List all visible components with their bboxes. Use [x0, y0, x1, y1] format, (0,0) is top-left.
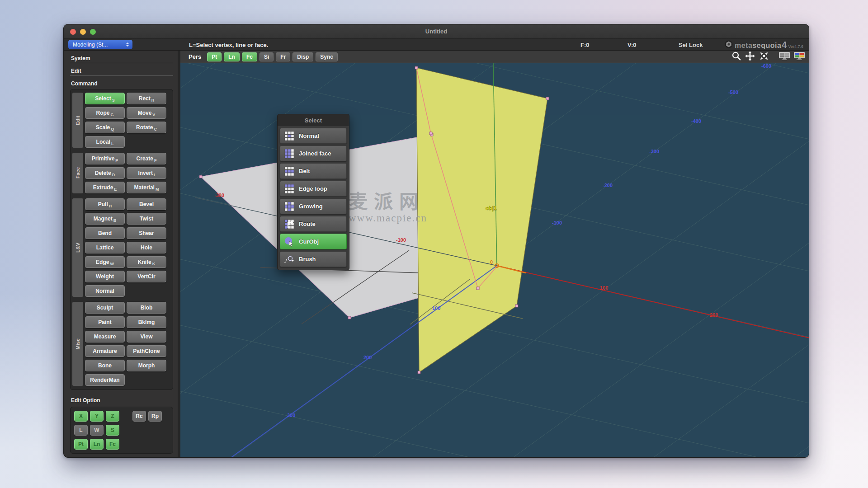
viewport-nav-icons — [731, 51, 805, 63]
popup-item-belt[interactable]: Belt — [280, 163, 347, 179]
command-button-extrude[interactable]: ExtrudeE — [85, 182, 125, 193]
svg-text:200: 200 — [363, 355, 372, 360]
command-button-view[interactable]: View — [127, 331, 166, 343]
edit-option-w[interactable]: W — [90, 425, 104, 436]
command-button-create[interactable]: CreateF — [127, 153, 166, 164]
command-button-rope[interactable]: RopeG — [85, 107, 125, 119]
command-button-delete[interactable]: DeleteD — [85, 167, 125, 179]
command-button-material[interactable]: MaterialM — [127, 182, 166, 193]
quad-view-icon[interactable] — [793, 52, 805, 62]
command-group-face: FacePrimitivePCreateFDeleteDInvertIExtru… — [72, 153, 170, 193]
popup-item-curobj[interactable]: CurObj — [280, 234, 347, 249]
edit-option-z[interactable]: Z — [106, 411, 119, 422]
viewport-toggle-pt[interactable]: Pt — [207, 52, 222, 61]
viewport-toggle-fr[interactable]: Fr — [276, 52, 290, 61]
view-mode-label[interactable]: Pers — [189, 53, 201, 60]
popup-title[interactable]: Select — [278, 114, 349, 126]
brush-icon — [284, 254, 295, 265]
select-popup-menu: Select NormalJoined faceBeltEdge loopGro… — [277, 114, 349, 270]
viewport-toggle-disp[interactable]: Disp — [292, 52, 313, 61]
command-button-bkimg[interactable]: BkImg — [127, 316, 166, 328]
command-button-move[interactable]: MoveV — [127, 107, 166, 119]
command-button-local[interactable]: LocalL — [85, 136, 125, 148]
edit-option-x[interactable]: X — [74, 411, 88, 422]
zoom-tool-icon[interactable] — [731, 51, 741, 63]
command-button-rotate[interactable]: RotateC — [127, 122, 166, 133]
command-button-measure[interactable]: Measure — [85, 331, 125, 343]
svg-text:-200: -200 — [603, 183, 613, 188]
command-button-armature[interactable]: Armature — [85, 345, 125, 357]
command-button-bevel[interactable]: Bevel — [127, 198, 166, 210]
brand-name: metasequoia — [735, 42, 781, 50]
command-button-twist[interactable]: Twist — [127, 213, 166, 225]
sel-lock-label[interactable]: Sel Lock — [679, 42, 703, 48]
command-button-rect[interactable]: RectR — [127, 93, 166, 104]
popup-item-label: Joined face — [299, 150, 331, 157]
viewport-toggle-fc[interactable]: Fc — [242, 52, 257, 61]
command-button-pathclone[interactable]: PathClone — [127, 345, 166, 357]
svg-text:-300: -300 — [649, 149, 659, 154]
edit-option-fc[interactable]: Fc — [106, 439, 119, 450]
grid-center-icon — [284, 131, 295, 141]
viewport: Pers PtLnFcSiFrDispSync obj1-600-500-400… — [178, 51, 809, 458]
brand-number: 4 — [782, 40, 787, 50]
command-button-invert[interactable]: InvertI — [127, 167, 166, 179]
command-button-hole[interactable]: Hole — [127, 242, 166, 253]
popup-item-label: Growing — [299, 203, 323, 210]
section-edit[interactable]: Edit — [70, 66, 173, 76]
edit-option-l[interactable]: L — [74, 425, 88, 436]
command-button-scale[interactable]: ScaleQ — [85, 122, 125, 133]
command-button-shear[interactable]: Shear — [127, 227, 166, 239]
command-button-select[interactable]: SelectS — [85, 93, 125, 104]
command-button-sculpt[interactable]: Sculpt — [85, 302, 125, 314]
edit-option-pt[interactable]: Pt — [74, 439, 88, 450]
command-button-bend[interactable]: Bend — [85, 227, 125, 239]
popup-item-brush[interactable]: Brush — [280, 251, 347, 267]
titlebar[interactable]: Untitled — [64, 24, 809, 39]
command-group-label: Misc — [72, 302, 83, 386]
edit-option-rp[interactable]: Rp — [148, 411, 162, 422]
section-system[interactable]: System — [70, 53, 173, 63]
command-button-edge[interactable]: EdgeW — [85, 256, 125, 268]
edit-option-y[interactable]: Y — [90, 411, 104, 422]
command-button-knife[interactable]: KnifeK — [127, 256, 166, 268]
command-button-pull[interactable]: PullH — [85, 198, 125, 210]
popup-item-route[interactable]: Route — [280, 216, 347, 232]
popup-item-label: Normal — [299, 132, 319, 139]
command-button-paint[interactable]: Paint — [85, 316, 125, 328]
popup-item-edge-loop[interactable]: Edge loop — [280, 181, 347, 197]
edit-option-ln[interactable]: Ln — [90, 439, 104, 450]
command-button-primitive[interactable]: PrimitiveP — [85, 153, 125, 164]
viewport-toggle-si[interactable]: Si — [259, 52, 274, 61]
svg-text:-500: -500 — [728, 89, 738, 95]
popup-item-joined-face[interactable]: Joined face — [280, 145, 347, 161]
command-button-normal[interactable]: Normal — [85, 285, 125, 297]
viewport-toggle-sync[interactable]: Sync — [316, 52, 338, 61]
mode-select-label: Modeling (St... — [73, 42, 124, 48]
single-view-icon[interactable] — [778, 52, 790, 62]
command-group-lv: L&VPullHBevelMagnetBTwistBendShearLattic… — [72, 198, 170, 297]
command-group-label: Face — [72, 153, 83, 193]
popup-item-label: Brush — [299, 256, 316, 263]
viewport-toggle-ln[interactable]: Ln — [224, 52, 240, 61]
command-button-vertclr[interactable]: VertClr — [127, 271, 166, 282]
command-button-renderman[interactable]: RenderMan — [85, 374, 125, 386]
3d-canvas[interactable]: obj1-600-500-400-300-200-100100200300-30… — [180, 63, 809, 458]
popup-item-normal[interactable]: Normal — [280, 128, 347, 144]
command-button-magnet[interactable]: MagnetB — [85, 213, 125, 225]
popup-item-growing[interactable]: Growing — [280, 198, 347, 214]
popup-item-label: CurObj — [299, 238, 319, 245]
command-button-weight[interactable]: Weight — [85, 271, 125, 282]
edit-option-s[interactable]: S — [106, 425, 119, 436]
command-button-lattice[interactable]: Lattice — [85, 242, 125, 253]
command-button-bone[interactable]: Bone — [85, 360, 125, 371]
window-content: System Edit Command EditSelectSRectRRope… — [64, 51, 809, 458]
section-command[interactable]: Command — [70, 79, 173, 88]
pan-tool-icon[interactable] — [745, 51, 755, 63]
mode-select-dropdown[interactable]: Modeling (St... — [68, 40, 132, 49]
command-button-morph[interactable]: Morph — [127, 360, 166, 371]
command-button-blob[interactable]: Blob — [127, 302, 166, 314]
svg-text:-400: -400 — [691, 118, 701, 124]
rotate-tool-icon[interactable] — [759, 51, 769, 63]
edit-option-rc[interactable]: Rc — [132, 411, 146, 422]
